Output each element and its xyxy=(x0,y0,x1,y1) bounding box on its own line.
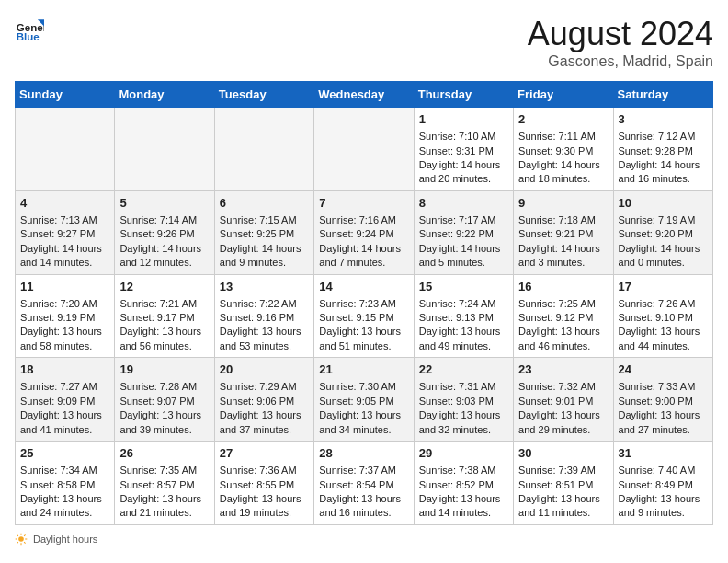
day-number: 26 xyxy=(119,445,209,462)
title-block: August 2024 Gascones, Madrid, Spain xyxy=(528,15,713,70)
sunrise-text: Sunrise: 7:19 AM xyxy=(619,213,708,227)
sunrise-text: Sunrise: 7:26 AM xyxy=(619,297,708,311)
sunset-text: Sunset: 9:15 PM xyxy=(319,311,408,325)
svg-line-9 xyxy=(24,542,25,543)
day-number: 1 xyxy=(419,111,508,128)
calendar-cell: 23Sunrise: 7:32 AMSunset: 9:01 PMDayligh… xyxy=(514,358,613,442)
sunrise-text: Sunrise: 7:28 AM xyxy=(119,380,209,394)
calendar-cell: 3Sunrise: 7:12 AMSunset: 9:28 PMDaylight… xyxy=(613,108,712,191)
location: Gascones, Madrid, Spain xyxy=(528,53,713,70)
calendar-cell: 8Sunrise: 7:17 AMSunset: 9:22 PMDaylight… xyxy=(414,190,513,274)
daylight-text: Daylight: 13 hours and 24 minutes. xyxy=(20,492,109,521)
calendar-cell: 9Sunrise: 7:18 AMSunset: 9:21 PMDaylight… xyxy=(514,190,613,274)
daylight-text: Daylight: 14 hours and 20 minutes. xyxy=(419,158,508,187)
calendar-cell xyxy=(314,108,414,191)
sunrise-text: Sunrise: 7:22 AM xyxy=(220,297,309,311)
daylight-text: Daylight: 13 hours and 39 minutes. xyxy=(119,408,209,437)
calendar-cell: 13Sunrise: 7:22 AMSunset: 9:16 PMDayligh… xyxy=(214,274,313,358)
daylight-text: Daylight: 13 hours and 27 minutes. xyxy=(619,408,708,437)
day-number: 14 xyxy=(319,279,408,295)
sunset-text: Sunset: 9:20 PM xyxy=(619,227,708,241)
calendar-cell: 29Sunrise: 7:38 AMSunset: 8:52 PMDayligh… xyxy=(414,442,513,525)
day-number: 27 xyxy=(220,445,309,462)
daylight-text: Daylight: 13 hours and 14 minutes. xyxy=(419,492,508,521)
daylight-text: Daylight: 13 hours and 56 minutes. xyxy=(119,325,209,353)
calendar-cell xyxy=(115,108,214,191)
daylight-hours-label: Daylight hours xyxy=(33,534,97,545)
svg-point-3 xyxy=(18,536,24,542)
day-number: 17 xyxy=(619,279,708,295)
calendar-cell: 30Sunrise: 7:39 AMSunset: 8:51 PMDayligh… xyxy=(514,442,613,525)
sunset-text: Sunset: 9:01 PM xyxy=(518,395,608,408)
sunrise-text: Sunrise: 7:38 AM xyxy=(419,464,508,477)
svg-text:Blue: Blue xyxy=(17,31,40,42)
sunset-text: Sunset: 9:21 PM xyxy=(518,227,608,241)
calendar-cell: 12Sunrise: 7:21 AMSunset: 9:17 PMDayligh… xyxy=(115,274,214,358)
calendar-week-row: 18Sunrise: 7:27 AMSunset: 9:09 PMDayligh… xyxy=(16,358,713,442)
daylight-text: Daylight: 13 hours and 49 minutes. xyxy=(419,325,508,353)
calendar-cell: 6Sunrise: 7:15 AMSunset: 9:25 PMDaylight… xyxy=(214,190,313,274)
sunrise-text: Sunrise: 7:33 AM xyxy=(619,380,708,394)
day-number: 23 xyxy=(518,362,608,378)
calendar-cell: 21Sunrise: 7:30 AMSunset: 9:05 PMDayligh… xyxy=(314,358,414,442)
sunset-text: Sunset: 9:05 PM xyxy=(319,395,408,408)
sunrise-text: Sunrise: 7:17 AM xyxy=(419,213,508,227)
weekday-header-monday: Monday xyxy=(115,82,214,108)
daylight-text: Daylight: 13 hours and 46 minutes. xyxy=(518,325,608,353)
daylight-text: Daylight: 14 hours and 0 minutes. xyxy=(619,242,708,270)
calendar-cell: 19Sunrise: 7:28 AMSunset: 9:07 PMDayligh… xyxy=(115,358,214,442)
sunset-text: Sunset: 9:25 PM xyxy=(220,227,309,241)
calendar-week-row: 1Sunrise: 7:10 AMSunset: 9:31 PMDaylight… xyxy=(16,108,713,191)
day-number: 8 xyxy=(419,195,508,212)
sunrise-text: Sunrise: 7:13 AM xyxy=(20,213,109,227)
weekday-header-tuesday: Tuesday xyxy=(214,82,313,108)
sunrise-text: Sunrise: 7:24 AM xyxy=(419,297,508,311)
calendar-cell: 31Sunrise: 7:40 AMSunset: 8:49 PMDayligh… xyxy=(613,442,712,525)
sunrise-text: Sunrise: 7:27 AM xyxy=(20,380,109,394)
daylight-text: Daylight: 13 hours and 51 minutes. xyxy=(319,325,408,353)
calendar-cell: 14Sunrise: 7:23 AMSunset: 9:15 PMDayligh… xyxy=(314,274,414,358)
day-number: 7 xyxy=(319,195,408,212)
daylight-text: Daylight: 14 hours and 7 minutes. xyxy=(319,242,408,270)
sunrise-text: Sunrise: 7:10 AM xyxy=(419,130,508,144)
day-number: 12 xyxy=(119,279,209,295)
daylight-text: Daylight: 13 hours and 16 minutes. xyxy=(319,492,408,521)
svg-line-8 xyxy=(17,534,17,535)
sunset-text: Sunset: 9:22 PM xyxy=(419,227,508,241)
daylight-text: Daylight: 14 hours and 3 minutes. xyxy=(518,242,608,270)
sunrise-text: Sunrise: 7:16 AM xyxy=(319,213,408,227)
sunset-text: Sunset: 9:31 PM xyxy=(419,144,508,158)
calendar-cell: 26Sunrise: 7:35 AMSunset: 8:57 PMDayligh… xyxy=(115,442,214,525)
day-number: 25 xyxy=(20,445,109,462)
sunrise-text: Sunrise: 7:25 AM xyxy=(518,297,608,311)
sunrise-text: Sunrise: 7:12 AM xyxy=(619,130,708,144)
logo: General Blue xyxy=(15,15,44,44)
day-number: 19 xyxy=(119,362,209,378)
daylight-text: Daylight: 14 hours and 18 minutes. xyxy=(518,158,608,187)
daylight-text: Daylight: 14 hours and 9 minutes. xyxy=(220,242,309,270)
day-number: 28 xyxy=(319,445,408,462)
sunset-text: Sunset: 9:03 PM xyxy=(419,395,508,408)
logo-icon: General Blue xyxy=(15,15,44,44)
calendar-cell: 27Sunrise: 7:36 AMSunset: 8:55 PMDayligh… xyxy=(214,442,313,525)
sunrise-text: Sunrise: 7:11 AM xyxy=(518,130,608,144)
calendar-cell: 17Sunrise: 7:26 AMSunset: 9:10 PMDayligh… xyxy=(613,274,712,358)
day-number: 20 xyxy=(220,362,309,378)
sunrise-text: Sunrise: 7:30 AM xyxy=(319,380,408,394)
daylight-text: Daylight: 13 hours and 37 minutes. xyxy=(220,408,309,437)
daylight-text: Daylight: 13 hours and 34 minutes. xyxy=(319,408,408,437)
weekday-header-wednesday: Wednesday xyxy=(314,82,414,108)
sunset-text: Sunset: 8:51 PM xyxy=(518,478,608,492)
calendar-week-row: 25Sunrise: 7:34 AMSunset: 8:58 PMDayligh… xyxy=(16,442,713,525)
calendar-cell: 22Sunrise: 7:31 AMSunset: 9:03 PMDayligh… xyxy=(414,358,513,442)
calendar-cell: 1Sunrise: 7:10 AMSunset: 9:31 PMDaylight… xyxy=(414,108,513,191)
day-number: 9 xyxy=(518,195,608,212)
sunrise-text: Sunrise: 7:29 AM xyxy=(220,380,309,394)
day-number: 24 xyxy=(619,362,708,378)
day-number: 22 xyxy=(419,362,508,378)
sunrise-text: Sunrise: 7:18 AM xyxy=(518,213,608,227)
sunrise-text: Sunrise: 7:40 AM xyxy=(619,464,708,477)
day-number: 16 xyxy=(518,279,608,295)
sunset-text: Sunset: 9:07 PM xyxy=(119,395,209,408)
daylight-text: Daylight: 13 hours and 21 minutes. xyxy=(119,492,209,521)
